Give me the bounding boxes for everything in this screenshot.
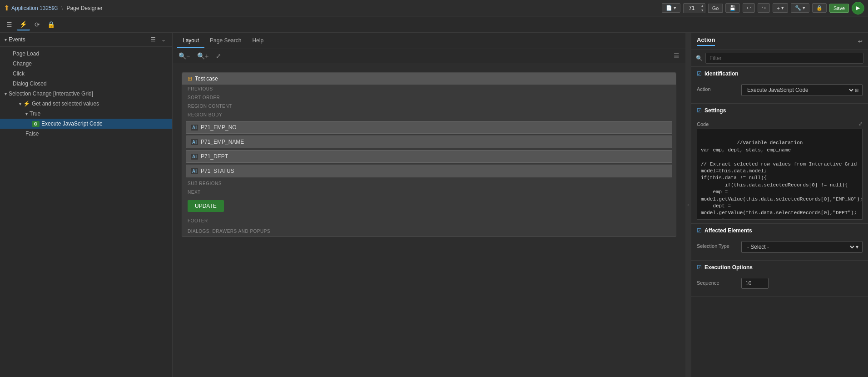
true-toggle[interactable]: ▾ — [25, 111, 28, 116]
event-page-load[interactable]: Page Load — [0, 49, 172, 59]
get-set-label: Get and set selected values — [32, 101, 99, 107]
update-button[interactable]: UPDATE — [188, 200, 224, 212]
selection-type-arrow: ▾ — [856, 244, 858, 250]
zoom-in-btn[interactable]: 🔍+ — [195, 51, 211, 61]
filter-input[interactable] — [705, 53, 863, 64]
tab-layout[interactable]: Layout — [177, 34, 204, 48]
page-num-up[interactable]: ▲ — [700, 4, 705, 8]
breadcrumb-separator: \ — [61, 5, 63, 11]
add-btn[interactable]: + ▾ — [773, 3, 788, 13]
action-field-label: Action — [697, 84, 738, 92]
canvas-menu-btn[interactable]: ☰ — [671, 51, 682, 61]
page-file-btn[interactable]: 📄 ▾ — [662, 3, 680, 13]
center-panel: Layout Page Search Help 🔍− 🔍+ ⤢ ☰ — [173, 33, 685, 377]
dialog-closed-label: Dialog Closed — [13, 80, 47, 87]
topbar: ⬆ Application 132593 \ Page Designer 📄 ▾… — [0, 0, 868, 16]
lock2-icon: 🔒 — [47, 21, 55, 28]
canvas-menu-icon: ☰ — [674, 52, 680, 60]
wrench-btn[interactable]: 🔧 ▾ — [791, 3, 809, 13]
action-select-input[interactable]: Execute JavaScript Code — [745, 86, 855, 94]
run-button[interactable]: ▶ — [852, 2, 864, 15]
event-selection-change[interactable]: ▾ Selection Change [Interactive Grid] — [0, 89, 172, 99]
tab-help[interactable]: Help — [247, 34, 269, 48]
expand-events-btn[interactable]: ⌄ — [159, 35, 168, 44]
page-num-down[interactable]: ▼ — [700, 8, 705, 13]
code-content: //Variable declaration var emp, dept, st… — [701, 140, 863, 220]
next-section: NEXT — [182, 188, 676, 196]
lock2-btn[interactable]: 🔒 — [45, 19, 58, 30]
change-label: Change — [13, 60, 32, 67]
refresh-btn[interactable]: ⟳ — [32, 19, 43, 30]
code-editor[interactable]: //Variable declaration var emp, dept, st… — [697, 129, 863, 220]
expand-code-icon[interactable]: ⤢ — [858, 121, 863, 127]
field-p71-emp-name[interactable]: AI P71_EMP_NAME — [186, 136, 672, 148]
events-toggle[interactable]: ▾ — [5, 37, 7, 42]
affected-elements-header[interactable]: ☑ Affected Elements — [691, 224, 868, 237]
go-button[interactable]: Go — [708, 4, 723, 13]
action-group-get-set[interactable]: ▾ ⚡ Get and set selected values — [0, 99, 172, 109]
affected-elements-content: Selection Type - Select - ▾ — [691, 237, 868, 260]
event-dialog-closed[interactable]: Dialog Closed — [0, 79, 172, 89]
right-panel-back-btn[interactable]: ↩ — [858, 38, 863, 45]
action-field-group: Action Execute JavaScript Code ⊞ — [697, 84, 863, 96]
open-editor-icon[interactable]: ⊞ — [855, 88, 858, 93]
save-button[interactable]: Save — [829, 4, 849, 13]
zoom-out-icon: 🔍− — [179, 52, 190, 60]
previous-section: PREVIOUS — [182, 85, 676, 93]
settings-header[interactable]: ☑ Settings — [691, 104, 868, 117]
field-p71-status[interactable]: AI P71_STATUS — [186, 165, 672, 177]
run-icon: ▶ — [856, 5, 860, 11]
zoom-out-btn[interactable]: 🔍− — [176, 51, 192, 61]
sidebar-toggle-btn[interactable]: ☰ — [4, 19, 15, 30]
save-page-btn[interactable]: 💾 — [725, 3, 740, 13]
region-content-section: REGION CONTENT — [182, 102, 676, 111]
code-label-text: Code — [697, 121, 709, 127]
sequence-input[interactable] — [741, 278, 769, 289]
redo-icon: ↪ — [762, 5, 766, 11]
selection-change-toggle[interactable]: ▾ — [5, 91, 7, 96]
page-number-input[interactable]: 71 — [684, 4, 700, 13]
ai-icon-4: AI — [191, 168, 198, 174]
page-number-control: 71 ▲ ▼ — [683, 3, 705, 13]
undo-btn[interactable]: ↩ — [743, 3, 755, 13]
branch-false[interactable]: False — [0, 129, 172, 139]
field-p71-emp-no[interactable]: AI P71_EMP_NO — [186, 121, 672, 134]
left-panel-header-icons: ☰ ⌄ — [149, 35, 168, 44]
gear-icon: ⚙ — [32, 121, 40, 127]
secondary-toolbar: ☰ ⚡ ⟳ 🔒 — [0, 16, 868, 33]
canvas-area: ⊞ Test case PREVIOUS SORT ORDER REGION C… — [173, 63, 685, 377]
page-num-arrows: ▲ ▼ — [700, 4, 705, 13]
apex-logo: ⬆ — [4, 4, 10, 12]
sort-order-section: SORT ORDER — [182, 93, 676, 102]
dialogs-section: DIALOGS, DRAWERS AND POPUPS — [182, 226, 676, 236]
tab-page-search[interactable]: Page Search — [204, 34, 247, 48]
selection-type-select[interactable]: - Select - ▾ — [741, 241, 863, 253]
app-name[interactable]: Application 132593 — [11, 5, 58, 11]
settings-check: ☑ — [697, 107, 702, 114]
collapse-handle[interactable]: ‹ — [685, 33, 691, 377]
field-p71-dept[interactable]: AI P71_DEPT — [186, 150, 672, 163]
lightning-btn[interactable]: ⚡ — [17, 19, 30, 30]
action-execute-js[interactable]: ⚙ Execute JavaScript Code — [0, 119, 172, 129]
left-panel: ▾ Events ☰ ⌄ Page Load Change Click — [0, 33, 173, 377]
action-select[interactable]: Execute JavaScript Code ⊞ — [741, 84, 863, 96]
selection-change-label: Selection Change [Interactive Grid] — [9, 90, 93, 97]
event-click[interactable]: Click — [0, 69, 172, 79]
redo-btn[interactable]: ↪ — [758, 3, 770, 13]
settings-title: Settings — [704, 107, 726, 114]
filter-bar: 🔍 — [691, 50, 868, 67]
filter-events-btn[interactable]: ☰ — [149, 35, 158, 44]
lock-btn[interactable]: 🔒 — [812, 3, 827, 13]
events-label: Events — [9, 36, 25, 43]
code-section: Code ⤢ //Variable declaration var emp, d… — [691, 117, 868, 223]
selection-type-input[interactable]: - Select - — [745, 243, 856, 251]
expand-canvas-btn[interactable]: ⤢ — [213, 51, 223, 61]
execution-options-header[interactable]: ☑ Execution Options — [691, 261, 868, 274]
branch-true[interactable]: ▾ True — [0, 109, 172, 119]
widget-title: Test case — [195, 75, 218, 82]
get-set-toggle[interactable]: ▾ — [19, 101, 21, 106]
sequence-control — [741, 278, 863, 289]
right-panel: Action ↩ 🔍 ☑ Identification Action — [691, 33, 868, 377]
event-change[interactable]: Change — [0, 59, 172, 69]
identification-header[interactable]: ☑ Identification — [691, 67, 868, 80]
